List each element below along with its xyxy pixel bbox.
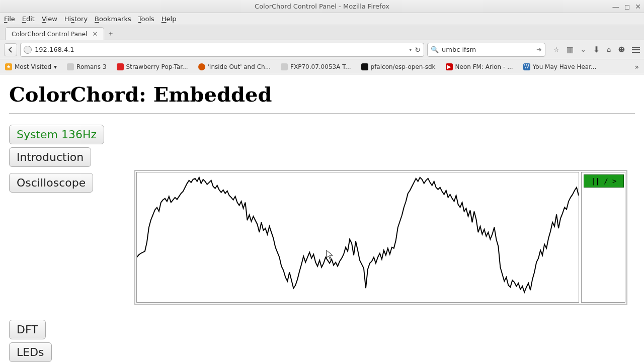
- leds-button[interactable]: LEDs: [9, 342, 52, 362]
- nav-toolbar: 192.168.4.1 ▾ ↻ 🔍 umbc ifsm ➜ ☆ ▥ ⌄ ⬇ ⌂ …: [0, 40, 644, 59]
- tab-close-icon[interactable]: ✕: [92, 30, 98, 38]
- tab-strip: ColorChord Control Panel ✕ ＋: [0, 25, 644, 40]
- most-visited-label: Most Visited: [15, 63, 51, 70]
- window-titlebar: ColorChord Control Panel - Mozilla Firef…: [0, 0, 644, 13]
- url-bar[interactable]: 192.168.4.1 ▾ ↻: [20, 43, 424, 57]
- introduction-button[interactable]: Introduction: [9, 147, 91, 167]
- window-title: ColorChord Control Panel - Mozilla Firef…: [255, 3, 389, 10]
- tab-title: ColorChord Control Panel: [12, 31, 87, 38]
- bookmark-item[interactable]: 'Inside Out' and Ch...: [198, 63, 271, 70]
- oscilloscope-side-panel: || / >: [581, 172, 625, 303]
- page-title: ColorChord: Embedded: [9, 82, 635, 106]
- url-dropdown-icon[interactable]: ▾: [409, 47, 412, 52]
- bookmarks-overflow-icon[interactable]: »: [634, 63, 639, 71]
- home-icon[interactable]: ⌂: [607, 46, 611, 53]
- bookmark-item[interactable]: Romans 3: [67, 63, 107, 70]
- play-pause-button[interactable]: || / >: [584, 174, 624, 188]
- window-close-icon[interactable]: ✕: [635, 3, 641, 11]
- chat-icon[interactable]: ☻: [618, 46, 625, 53]
- menu-help[interactable]: Help: [162, 15, 177, 23]
- bookmark-item[interactable]: pfalcon/esp-open-sdk: [361, 63, 436, 70]
- back-button[interactable]: [4, 43, 17, 56]
- new-tab-button[interactable]: ＋: [104, 28, 117, 40]
- menu-hamburger-icon[interactable]: [632, 47, 640, 53]
- downloads-icon[interactable]: ⬇: [593, 45, 600, 54]
- menubar: File Edit View History Bookmarks Tools H…: [0, 13, 644, 25]
- menu-tools[interactable]: Tools: [138, 15, 154, 23]
- site-identity-icon[interactable]: [24, 46, 32, 54]
- menu-file[interactable]: File: [4, 15, 15, 23]
- pocket-icon[interactable]: ⌄: [581, 46, 586, 53]
- search-bar[interactable]: 🔍 umbc ifsm ➜: [427, 43, 545, 57]
- bookmark-item[interactable]: Strawberry Pop-Tar...: [117, 63, 188, 70]
- window-maximize-icon[interactable]: ◻: [624, 3, 630, 11]
- oscilloscope-panel: || / >: [134, 170, 627, 305]
- url-text: 192.168.4.1: [35, 46, 406, 53]
- oscilloscope-canvas: [136, 172, 579, 303]
- bookmark-item[interactable]: FXP70.07.0053A T...: [281, 63, 351, 70]
- window-minimize-icon[interactable]: —: [612, 3, 619, 11]
- search-text: umbc ifsm: [442, 46, 533, 53]
- dft-button[interactable]: DFT: [9, 320, 46, 339]
- bookmark-item[interactable]: ▶Neon FM: Arion - ...: [446, 63, 513, 70]
- page-viewport: ColorChord: Embedded System 136Hz Introd…: [0, 74, 644, 362]
- bookmarks-bar: ★ Most Visited ▾ Romans 3 Strawberry Pop…: [0, 59, 644, 74]
- divider: [9, 113, 635, 114]
- system-button[interactable]: System 136Hz: [9, 125, 104, 144]
- search-icon: 🔍: [431, 46, 439, 53]
- reload-icon[interactable]: ↻: [415, 46, 421, 54]
- browser-tab[interactable]: ColorChord Control Panel ✕: [5, 27, 104, 40]
- bookmark-star-icon[interactable]: ☆: [553, 46, 559, 53]
- search-go-icon[interactable]: ➜: [536, 46, 542, 53]
- most-visited-button[interactable]: ★ Most Visited ▾: [5, 63, 57, 70]
- library-icon[interactable]: ▥: [567, 45, 574, 54]
- chevron-down-icon: ▾: [54, 63, 57, 70]
- menu-bookmarks[interactable]: Bookmarks: [95, 15, 131, 23]
- menu-history[interactable]: History: [64, 15, 88, 23]
- menu-edit[interactable]: Edit: [22, 15, 35, 23]
- bookmark-item[interactable]: WYou May Have Hear...: [523, 63, 597, 70]
- menu-view[interactable]: View: [42, 15, 57, 23]
- oscilloscope-button[interactable]: Oscilloscope: [9, 173, 93, 193]
